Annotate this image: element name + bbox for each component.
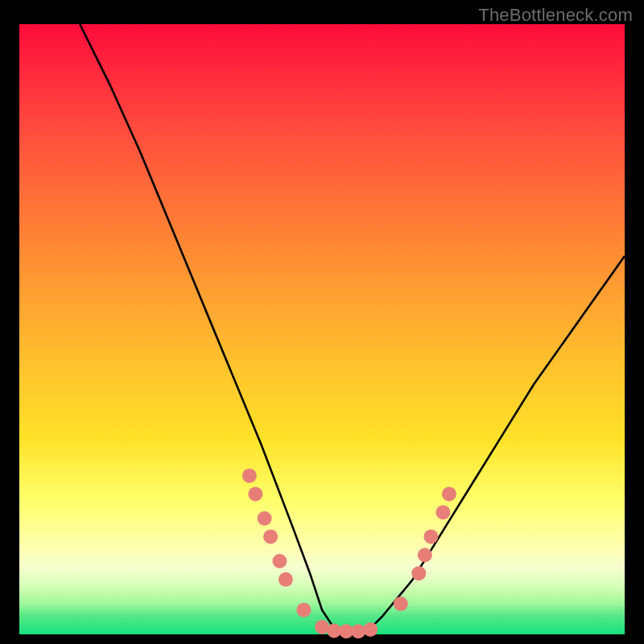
curve-marker: [258, 511, 272, 526]
curve-marker: [296, 603, 311, 617]
bottleneck-curve: [80, 24, 625, 634]
curve-marker: [248, 487, 262, 502]
curve-marker: [436, 505, 450, 519]
curve-marker: [418, 548, 432, 563]
curve-marker: [351, 624, 365, 638]
curve-marker: [411, 566, 426, 580]
curve-marker: [394, 597, 408, 611]
chart-svg: [19, 24, 625, 634]
curve-marker: [279, 572, 293, 587]
chart-gradient-background: [19, 24, 625, 634]
curve-marker: [272, 554, 287, 568]
watermark-text: TheBottleneck.com: [478, 5, 633, 26]
curve-marker: [423, 530, 438, 544]
curve-marker: [442, 487, 456, 502]
curve-marker: [242, 469, 257, 483]
marker-group: [242, 469, 456, 638]
curve-marker: [363, 622, 378, 637]
curve-marker: [263, 530, 278, 544]
chart-frame: [14, 24, 630, 639]
